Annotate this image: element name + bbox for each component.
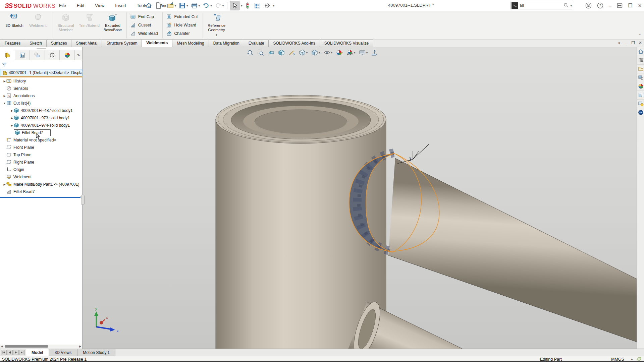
- 3d-drawing-view-button[interactable]: [371, 49, 379, 57]
- new-document-caret-icon[interactable]: ▾: [163, 4, 164, 7]
- edit-appearance-button[interactable]: [335, 49, 343, 57]
- tree-root-item[interactable]: 40097001--1 (Default) <<Default>_Displa: [0, 69, 82, 76]
- close-button[interactable]: ✕: [638, 3, 642, 9]
- command-tab-structure-system[interactable]: Structure System: [102, 40, 142, 47]
- menu-view[interactable]: View: [90, 0, 110, 11]
- tree-item-right-plane[interactable]: Right Plane: [0, 159, 82, 166]
- doc-tab-motion-study-1[interactable]: Motion Study 1: [77, 349, 115, 356]
- solidworks-resources-icon[interactable]: [637, 100, 644, 108]
- view-settings-caret-icon[interactable]: ▾: [366, 51, 368, 54]
- menu-file[interactable]: File: [54, 0, 71, 11]
- undo-button[interactable]: ▾: [202, 1, 213, 10]
- tree-item-front-plane[interactable]: Front Plane: [0, 144, 82, 151]
- tab-dimxpert-manager[interactable]: [45, 50, 60, 60]
- file-explorer-icon[interactable]: [637, 65, 644, 73]
- hide-show-caret-icon[interactable]: ▾: [331, 51, 332, 54]
- solidworks-forum-icon[interactable]: [637, 108, 644, 117]
- command-tab-sheet-metal[interactable]: Sheet Metal: [71, 40, 102, 47]
- collapse-arrow-icon[interactable]: ▶: [3, 183, 6, 186]
- menu-edit[interactable]: Edit: [71, 0, 90, 11]
- rollback-bar[interactable]: [0, 197, 82, 198]
- custom-properties-icon[interactable]: [637, 91, 644, 100]
- apply-scene-caret-icon[interactable]: ▾: [354, 51, 355, 54]
- branch-pipe[interactable]: [388, 158, 637, 342]
- tree-item-40097001-973-solid-body1[interactable]: ▶40097001--973-solid body1: [0, 114, 82, 122]
- graphics-viewport[interactable]: 3 y z x: [83, 47, 637, 349]
- 3d-model-scene[interactable]: 3 y z x: [83, 47, 637, 349]
- command-tab-surfaces[interactable]: Surfaces: [46, 40, 71, 47]
- new-document-button[interactable]: ▾: [154, 1, 165, 10]
- display-style-button[interactable]: ▾: [311, 49, 321, 57]
- command-tab-solidworks-visualize[interactable]: SOLIDWORKS Visualize: [320, 40, 374, 47]
- search-box[interactable]: >_ fill ▾: [511, 2, 572, 9]
- gusset-button[interactable]: Gusset: [129, 21, 160, 28]
- settings-caret-icon[interactable]: ▾: [273, 4, 275, 7]
- search-input[interactable]: fill: [518, 3, 564, 8]
- open-caret-icon[interactable]: ▾: [175, 4, 176, 7]
- collapse-arrow-icon[interactable]: ▶: [10, 117, 14, 120]
- rename-edit-box[interactable]: Fillet Bead7: [14, 129, 51, 136]
- zoom-to-area-button[interactable]: [257, 49, 265, 57]
- hide-show-items-button[interactable]: ▾: [323, 49, 333, 57]
- dock-left-icon[interactable]: ⇤: [618, 41, 622, 45]
- command-tab-evaluate[interactable]: Evaluate: [244, 40, 269, 47]
- tree-item-material-not-specified[interactable]: Material <not specified>: [0, 136, 82, 144]
- collapse-arrow-icon[interactable]: ▶: [10, 124, 14, 127]
- design-library-icon[interactable]: [637, 56, 644, 65]
- scrollbar-thumb[interactable]: [5, 345, 48, 348]
- appearances-icon[interactable]: [637, 82, 644, 91]
- tree-item-40097001h-487-solid-body1[interactable]: ▶40097001H--487-solid body1: [0, 107, 82, 114]
- reference-geometry-caret-icon[interactable]: ▾: [216, 33, 217, 37]
- settings-gear-button[interactable]: [263, 1, 272, 10]
- tree-item-fillet-bead7[interactable]: Fillet Bead7: [0, 188, 82, 195]
- command-tab-data-migration[interactable]: Data Migration: [209, 40, 244, 47]
- tree-item-make-multibody-part1-40097001[interactable]: ▶Make MultiBody Part1 -> (40097001): [0, 181, 82, 188]
- view-orientation-button[interactable]: ▾: [298, 49, 308, 57]
- apply-scene-button[interactable]: ▾: [346, 49, 356, 57]
- section-view-button[interactable]: [277, 49, 285, 57]
- tree-item-top-plane[interactable]: Top Plane: [0, 151, 82, 159]
- extruded-cut-button[interactable]: Extruded Cut: [165, 13, 200, 20]
- view-palette-icon[interactable]: [637, 73, 644, 82]
- tree-item-sensors[interactable]: Sensors: [0, 85, 82, 92]
- span-displays-button[interactable]: [617, 3, 623, 8]
- first-tab-button[interactable]: [1, 350, 7, 355]
- doc-tab-3d-views[interactable]: 3D Views: [49, 349, 77, 356]
- minimize-button[interactable]: –: [609, 3, 611, 8]
- tree-item-weldment[interactable]: Weldment: [0, 173, 82, 181]
- doc-restore-icon[interactable]: ❐: [631, 41, 635, 45]
- home-button[interactable]: [144, 1, 153, 10]
- options-list-button[interactable]: [253, 1, 262, 10]
- weld-bead-button[interactable]: Weld Bead: [129, 30, 160, 37]
- save-caret-icon[interactable]: ▾: [186, 4, 188, 7]
- tab-feature-tree[interactable]: [0, 50, 15, 60]
- save-button[interactable]: ▾: [178, 1, 189, 10]
- rebuild-button[interactable]: [243, 1, 252, 10]
- prev-tab-button[interactable]: [7, 350, 13, 355]
- expand-arrow-icon[interactable]: ▼: [3, 102, 6, 105]
- collapse-arrow-icon[interactable]: ▶: [3, 80, 6, 83]
- chamfer-button[interactable]: Chamfer: [165, 30, 200, 37]
- command-tab-sketch[interactable]: Sketch: [25, 40, 47, 47]
- print-caret-icon[interactable]: ▾: [199, 4, 200, 7]
- scroll-right-icon[interactable]: ▶: [78, 345, 82, 348]
- doc-tab-model[interactable]: Model: [26, 349, 49, 356]
- hole-wizard-button[interactable]: Hole Wizard: [165, 21, 200, 28]
- panel-splitter-handle[interactable]: [82, 195, 85, 205]
- display-style-caret-icon[interactable]: ▾: [319, 51, 320, 54]
- menu-insert[interactable]: Insert: [110, 0, 131, 11]
- command-tab-weldments[interactable]: Weldments: [142, 39, 172, 47]
- tree-item-cut-list-4[interactable]: ▼Cut list(4): [0, 100, 82, 107]
- units-caret-icon[interactable]: ▲: [631, 358, 633, 361]
- tree-item-fillet-bead7[interactable]: Fillet Bead7: [0, 129, 82, 136]
- doc-minimize-icon[interactable]: –: [625, 41, 628, 45]
- select-tool-button[interactable]: [230, 1, 239, 10]
- home-tab-icon[interactable]: [637, 47, 644, 56]
- ribbon-collapse-icon[interactable]: ⌃: [638, 33, 641, 38]
- previous-view-button[interactable]: [267, 49, 275, 57]
- tree-filter-row[interactable]: [0, 60, 82, 69]
- doc-close-icon[interactable]: ✕: [639, 41, 642, 45]
- tab-property-manager[interactable]: [15, 50, 30, 60]
- restore-button[interactable]: ❐: [628, 3, 632, 9]
- panel-expand-icon[interactable]: >: [75, 50, 82, 60]
